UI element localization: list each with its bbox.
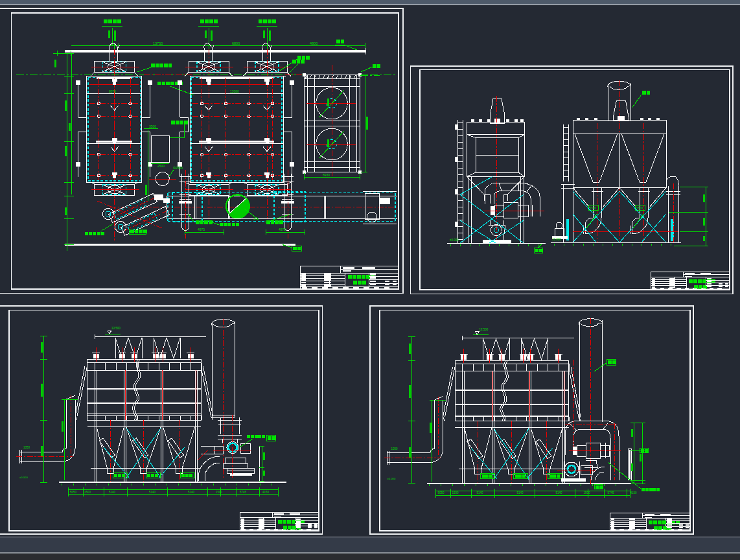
svg-text:8930: 8930 (323, 173, 330, 177)
svg-text:±0.000: ±0.000 (387, 477, 396, 480)
svg-text:1500: 1500 (84, 491, 91, 494)
svg-text:5745: 5745 (240, 491, 247, 494)
svg-text:4975: 4975 (198, 228, 205, 231)
svg-text:13750: 13750 (153, 41, 163, 45)
svg-text:5140: 5140 (517, 491, 524, 495)
svg-text:13.500: 13.500 (480, 328, 489, 331)
svg-text:5050: 5050 (438, 491, 445, 495)
svg-text:1500: 1500 (584, 491, 591, 495)
svg-text:4150: 4150 (630, 491, 638, 495)
svg-text:1050: 1050 (391, 447, 399, 450)
svg-text:5050: 5050 (70, 491, 77, 494)
svg-text:1500: 1500 (452, 491, 459, 495)
svg-text:1050: 1050 (23, 446, 30, 449)
svg-text:2500: 2500 (157, 164, 165, 168)
svg-text:13.500: 13.500 (111, 327, 121, 330)
svg-text:8070: 8070 (109, 89, 116, 93)
svg-text:±0.000: ±0.000 (450, 239, 459, 242)
svg-text:1500: 1500 (216, 491, 223, 494)
svg-text:5745: 5745 (608, 491, 615, 495)
svg-text:±0.000: ±0.000 (19, 476, 28, 479)
svg-text:A-A: A-A (253, 217, 259, 221)
svg-text:1500: 1500 (636, 207, 643, 210)
svg-text:5140: 5140 (149, 491, 156, 494)
svg-text:4800: 4800 (310, 41, 318, 45)
svg-text:13080: 13080 (230, 89, 239, 93)
svg-text:4150: 4150 (262, 491, 270, 494)
svg-text:5140: 5140 (477, 491, 484, 495)
svg-text:6800: 6800 (232, 41, 240, 45)
svg-text:3500: 3500 (149, 124, 156, 128)
svg-text:±0.000: ±0.000 (552, 238, 561, 241)
svg-text:4975: 4975 (279, 228, 286, 231)
svg-text:5140: 5140 (109, 491, 116, 494)
svg-text:5140: 5140 (188, 491, 195, 494)
svg-text:5140: 5140 (556, 491, 563, 495)
svg-text:Φ2500: Φ2500 (173, 166, 183, 170)
svg-text:1500: 1500 (590, 207, 597, 210)
